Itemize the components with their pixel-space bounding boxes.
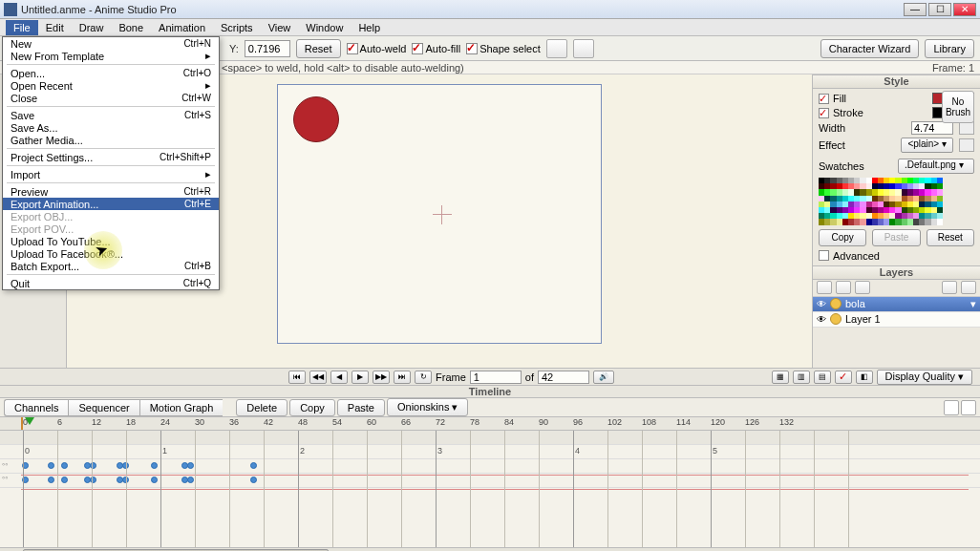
step-fwd-icon[interactable]: ▶▶ [373, 371, 390, 384]
fill-checkbox[interactable] [819, 94, 829, 104]
filemenu-item[interactable]: Open Recent▸ [3, 79, 219, 92]
timeline-tracks[interactable]: ◦◦ ◦◦ 012345 [0, 431, 980, 547]
visibility-icon[interactable]: 👁 [817, 299, 826, 309]
menu-bone[interactable]: Bone [111, 20, 151, 35]
stroke-checkbox[interactable] [819, 108, 829, 118]
view-mode-2-icon[interactable]: ▥ [793, 371, 810, 384]
tab-channels[interactable]: Channels [4, 399, 68, 416]
zoom-out-icon[interactable] [944, 400, 959, 415]
filemenu-item[interactable]: Project Settings...Ctrl+Shift+P [3, 151, 219, 163]
menu-file[interactable]: File [6, 20, 38, 35]
layer-dropdown-icon[interactable]: ▾ [970, 298, 976, 310]
menu-edit[interactable]: Edit [38, 20, 72, 35]
keyframe[interactable] [250, 477, 257, 483]
tool-icon-1[interactable] [546, 39, 567, 58]
shapeselect-checkbox[interactable]: Shape select [466, 43, 541, 54]
keyframe[interactable] [187, 477, 194, 483]
no-brush-button[interactable]: No Brush [942, 91, 974, 123]
minimize-button[interactable]: — [904, 3, 927, 16]
library-button[interactable]: Library [925, 39, 974, 58]
frame-input[interactable] [470, 371, 522, 384]
filemenu-item[interactable]: Export Animation...Ctrl+E [3, 198, 219, 210]
visibility-icon[interactable]: 👁 [817, 314, 826, 325]
total-frames-input[interactable] [538, 371, 589, 384]
shape-circle[interactable] [293, 96, 339, 142]
menu-animation[interactable]: Animation [151, 20, 213, 35]
keyframe[interactable] [48, 477, 54, 483]
effect-clear-icon[interactable] [959, 138, 974, 152]
keyframe[interactable] [151, 462, 158, 469]
filemenu-item[interactable]: Upload To YouTube... [3, 235, 219, 247]
keyframe[interactable] [187, 462, 194, 469]
style-copy-button[interactable]: Copy [819, 229, 866, 246]
layer-dup-icon[interactable] [836, 281, 851, 294]
character-wizard-button[interactable]: Character Wizard [820, 39, 920, 58]
timeline-ruler[interactable]: 0612182430364248546066727884909610210811… [0, 417, 980, 431]
swatches-grid[interactable] [819, 178, 974, 225]
keyframe[interactable] [61, 462, 68, 469]
menu-help[interactable]: Help [351, 20, 388, 35]
tab-sequencer[interactable]: Sequencer [68, 399, 138, 416]
step-back-icon[interactable]: ◀◀ [309, 371, 327, 384]
track-2[interactable] [0, 474, 980, 488]
canvas[interactable] [277, 84, 602, 344]
effect-dropdown[interactable]: <plain> ▾ [901, 138, 953, 153]
loop-icon[interactable]: ↻ [415, 371, 432, 384]
goto-end-icon[interactable]: ⏭ [394, 371, 411, 384]
menu-window[interactable]: Window [298, 20, 351, 35]
autofill-checkbox[interactable]: Auto-fill [412, 43, 460, 54]
tl-paste-button[interactable]: Paste [337, 399, 385, 416]
goto-start-icon[interactable]: ⏮ [288, 371, 306, 384]
layer-down-icon[interactable] [961, 281, 976, 294]
play-back-icon[interactable]: ◀ [330, 371, 348, 384]
filemenu-item[interactable]: New From Template▸ [3, 50, 219, 62]
filemenu-item[interactable]: SaveCtrl+S [3, 109, 219, 121]
track-1[interactable] [0, 459, 980, 474]
tl-delete-button[interactable]: Delete [236, 399, 288, 416]
menu-scripts[interactable]: Scripts [213, 20, 261, 35]
swatch-cell[interactable] [937, 219, 943, 224]
style-paste-button[interactable]: Paste [872, 229, 920, 246]
layer-del-icon[interactable] [855, 281, 870, 294]
keyframe[interactable] [250, 462, 257, 469]
autoweld-checkbox[interactable]: Auto-weld [347, 43, 407, 54]
display-quality-dropdown[interactable]: Display Quality ▾ [877, 370, 972, 385]
filemenu-item[interactable]: Import▸ [3, 168, 219, 180]
view-mode-4-icon[interactable]: ◧ [856, 371, 873, 384]
style-reset-button[interactable]: Reset [927, 229, 974, 246]
play-icon[interactable]: ▶ [352, 371, 369, 384]
keyframe[interactable] [61, 477, 68, 483]
filemenu-item[interactable]: Upload To Facebook®... [3, 247, 219, 260]
filemenu-item[interactable]: NewCtrl+N [3, 37, 219, 50]
zoom-in-icon[interactable] [961, 400, 976, 415]
filemenu-item[interactable]: PreviewCtrl+R [3, 185, 219, 198]
reset-button[interactable]: Reset [296, 39, 341, 58]
keyframe[interactable] [151, 477, 158, 483]
view-check-icon[interactable]: ✓ [835, 371, 852, 384]
timeline-scrollbar[interactable] [0, 547, 980, 551]
filemenu-item[interactable]: CloseCtrl+W [3, 92, 219, 104]
view-mode-3-icon[interactable]: ▤ [814, 371, 831, 384]
advanced-checkbox[interactable] [819, 250, 829, 261]
maximize-button[interactable]: ☐ [928, 3, 951, 16]
filemenu-item[interactable]: Open...Ctrl+O [3, 67, 219, 79]
filemenu-item[interactable]: QuitCtrl+Q [3, 277, 219, 289]
keyframe[interactable] [48, 462, 54, 469]
menu-view[interactable]: View [261, 20, 299, 35]
width-stepper-icon[interactable] [959, 121, 974, 135]
layer-up-icon[interactable] [942, 281, 957, 294]
layer-new-icon[interactable] [817, 281, 832, 294]
layer-row-layer1[interactable]: 👁 Layer 1 [813, 312, 980, 328]
menu-draw[interactable]: Draw [72, 20, 112, 35]
width-input[interactable] [911, 121, 953, 135]
tab-motiongraph[interactable]: Motion Graph [139, 399, 224, 416]
view-mode-1-icon[interactable]: ▦ [772, 371, 789, 384]
tl-onionskins-dropdown[interactable]: Onionskins ▾ [387, 398, 468, 416]
filemenu-item[interactable]: Gather Media... [3, 134, 219, 146]
close-button[interactable]: ✕ [953, 3, 976, 16]
tl-copy-button[interactable]: Copy [289, 399, 335, 416]
y-input[interactable] [245, 40, 290, 57]
audio-icon[interactable]: 🔊 [593, 371, 614, 384]
tool-icon-2[interactable] [573, 39, 594, 58]
filemenu-item[interactable]: Save As... [3, 121, 219, 134]
